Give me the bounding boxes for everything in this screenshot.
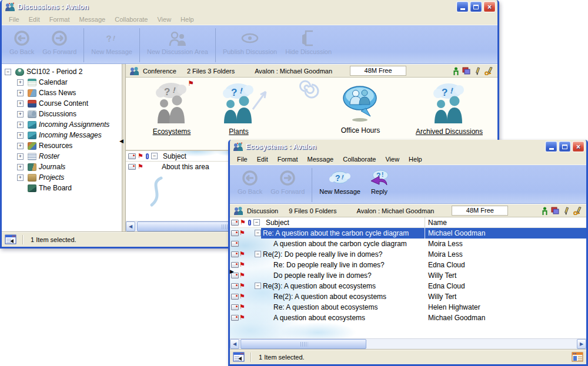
sidebar-item-resources[interactable]: +Resources <box>2 140 122 151</box>
menu-message[interactable]: Message <box>75 15 111 24</box>
reply-button[interactable]: ?! Reply <box>365 167 394 203</box>
expand-icon[interactable]: + <box>17 90 24 96</box>
collapse-icon[interactable]: − <box>253 219 260 226</box>
menu-message[interactable]: Message <box>303 155 339 164</box>
menu-help[interactable]: Help <box>404 155 427 164</box>
view-options-button[interactable] <box>572 352 583 362</box>
message-row[interactable]: ⚑ A question about ecosystems Michael Go… <box>230 313 586 323</box>
menu-format[interactable]: Format <box>273 155 303 164</box>
menu-file[interactable]: File <box>232 155 252 164</box>
expand-icon[interactable]: + <box>17 132 24 139</box>
message-row[interactable]: ⚑ − Re(3): A question about ecosystems E… <box>230 281 586 291</box>
scroll-thumb[interactable] <box>240 339 366 349</box>
menu-view[interactable]: View <box>152 15 176 24</box>
collapse-icon[interactable]: − <box>5 69 11 75</box>
menu-collaborate[interactable]: Collaborate <box>338 155 380 164</box>
icon-office-hours[interactable]: Office Hours <box>318 83 403 135</box>
flag-icon: ⚑ <box>239 283 245 289</box>
presence-icon[interactable] <box>542 207 547 215</box>
permissions-icon[interactable] <box>462 67 470 75</box>
expand-icon[interactable]: + <box>17 100 24 107</box>
pane-splitter[interactable]: ◀ <box>122 64 126 231</box>
scroll-track[interactable] <box>239 339 577 349</box>
expand-icon[interactable]: + <box>17 153 24 160</box>
menu-format[interactable]: Format <box>45 15 75 24</box>
scroll-left-arrow[interactable]: ◀ <box>230 339 239 349</box>
sidebar-item-incoming-assignments[interactable]: +Incoming Assignments <box>2 119 122 130</box>
hide-discussion-button[interactable]: Hide Discussion <box>281 27 336 63</box>
sidebar-item-roster[interactable]: +Roster <box>2 151 122 162</box>
door-icon <box>300 28 318 48</box>
minimize-button[interactable] <box>456 1 469 12</box>
sidebar-item-discussions[interactable]: +Discussions <box>2 109 122 119</box>
message-row[interactable]: ⚑ − Re(2): Do people really live in dome… <box>230 249 586 260</box>
column-divider[interactable] <box>425 217 425 227</box>
message-row[interactable]: ⚑ Re(2): A question about ecosystems Wil… <box>230 291 586 302</box>
subject-column-header[interactable]: Subject <box>163 152 186 160</box>
icon-plants[interactable]: ?! Plants <box>212 82 266 136</box>
menu-edit[interactable]: Edit <box>24 15 45 24</box>
message-row[interactable]: A question about the carbon cycle diagra… <box>230 239 586 249</box>
expand-icon[interactable]: + <box>17 143 24 149</box>
close-button[interactable]: × <box>483 1 496 12</box>
collapse-icon[interactable]: − <box>151 153 158 159</box>
scroll-right-arrow[interactable]: ▶ <box>577 339 586 349</box>
name-column-header[interactable]: Name <box>428 219 447 227</box>
publish-discussion-button[interactable]: Publish Discussion <box>219 27 281 63</box>
menu-help[interactable]: Help <box>176 15 199 24</box>
sidebar-item-calendar[interactable]: +Calendar <box>2 77 122 88</box>
menu-view[interactable]: View <box>380 155 404 164</box>
scroll-left-arrow[interactable]: ◀ <box>126 221 135 231</box>
message-row[interactable]: ⚑ − Re: A question about the carbon cycl… <box>230 228 586 239</box>
collapse-pane-arrow[interactable]: ◀ <box>119 138 123 144</box>
maximize-button[interactable] <box>470 1 482 12</box>
close-button[interactable]: × <box>572 141 584 152</box>
horizontal-scrollbar[interactable]: ◀ ▶ <box>230 338 586 349</box>
edit-key-icon[interactable] <box>485 67 494 75</box>
collapse-icon[interactable]: − <box>255 283 261 289</box>
sidebar-item-journals[interactable]: +Journals <box>2 162 122 172</box>
message-row[interactable]: ⚑ Do people really live in domes? Willy … <box>230 270 586 281</box>
sidebar-item-class-news[interactable]: +Class News <box>2 88 122 98</box>
sidebar-item-incoming-messages[interactable]: +Incoming Messages <box>2 130 122 140</box>
menu-edit[interactable]: Edit <box>252 155 273 164</box>
presence-icon[interactable] <box>453 67 459 75</box>
subject-column-header[interactable]: Subject <box>266 219 289 227</box>
go-forward-button[interactable]: Go Forward <box>266 167 309 203</box>
sidebar-item-the-board[interactable]: The Board <box>2 183 122 193</box>
go-forward-button[interactable]: Go Forward <box>38 27 81 63</box>
sidebar-item-projects[interactable]: +Projects <box>2 172 122 183</box>
edit-pencil-icon[interactable] <box>563 207 570 215</box>
collapse-pane-arrow[interactable]: ▶ <box>230 268 234 274</box>
collapse-icon[interactable]: − <box>255 230 261 236</box>
expand-icon[interactable]: + <box>17 174 24 181</box>
pane-layout-button[interactable] <box>233 352 245 362</box>
titlebar[interactable]: Discussions : Avalon × <box>2 0 497 14</box>
tree-root-sci102[interactable]: − SCI102 - Period 2 <box>2 66 122 77</box>
minimize-button[interactable] <box>545 141 557 152</box>
icon-ecosystems[interactable]: ?! ⚑ Ecosystems <box>134 81 209 136</box>
new-discussion-area-button[interactable]: New Discussion Area <box>143 27 212 63</box>
menu-file[interactable]: File <box>4 15 24 24</box>
edit-key-icon[interactable] <box>573 207 583 215</box>
pane-layout-button[interactable] <box>5 234 16 244</box>
expand-icon[interactable]: + <box>17 79 24 86</box>
new-message-button[interactable]: ?! New Message <box>315 167 365 203</box>
go-back-button[interactable]: Go Back <box>233 167 266 203</box>
titlebar[interactable]: Ecosystems : Avalon × <box>230 140 586 153</box>
go-back-button[interactable]: Go Back <box>5 27 38 63</box>
edit-pencil-icon[interactable] <box>474 67 481 75</box>
icon-archived-discussions[interactable]: ?! Archived Discussions <box>401 82 497 136</box>
message-row[interactable]: ⚑ Re: Do people really live in domes? Ed… <box>230 260 586 270</box>
expand-icon[interactable]: + <box>17 111 24 117</box>
column-headers[interactable]: ⚑ − Subject Name <box>230 217 586 228</box>
message-row[interactable]: ⚑ Re: A question about ecosystems Helen … <box>230 302 586 313</box>
permissions-icon[interactable] <box>551 207 559 214</box>
sidebar-item-course-content[interactable]: +Course Content <box>2 98 122 109</box>
menu-collaborate[interactable]: Collaborate <box>110 15 152 24</box>
new-message-button[interactable]: ?! New Message <box>87 27 136 63</box>
expand-icon[interactable]: + <box>17 122 24 128</box>
collapse-icon[interactable]: − <box>255 251 261 257</box>
maximize-button[interactable] <box>559 141 571 152</box>
expand-icon[interactable]: + <box>17 164 24 170</box>
